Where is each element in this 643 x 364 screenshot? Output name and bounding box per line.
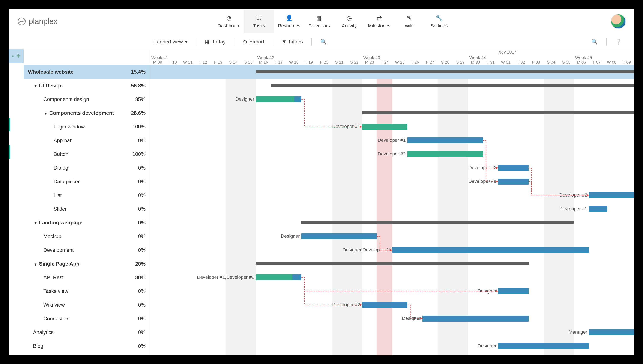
gantt-row: Manager <box>150 326 634 339</box>
view-selector[interactable]: Planned view ▾ <box>150 38 190 46</box>
week-label: Week 43 <box>363 55 380 60</box>
task-name: ▾Components development <box>43 110 122 116</box>
task-name: Wholesale website <box>28 69 122 75</box>
task-name: Button <box>54 151 122 157</box>
export-button[interactable]: ⊕Export <box>241 38 266 46</box>
task-row-slider[interactable]: Slider0% <box>24 202 150 216</box>
summary-bar[interactable] <box>271 84 634 87</box>
brand-logo[interactable]: planplex <box>17 17 58 26</box>
gantt-row: Designer,Developer #1 <box>150 243 634 257</box>
task-row-analytics[interactable]: Analytics0% <box>24 326 150 339</box>
summary-bar[interactable] <box>256 262 528 265</box>
task-row-spa[interactable]: ▾Single Page App20% <box>24 257 150 271</box>
day-label: T 07 <box>589 60 604 65</box>
task-row-dev[interactable]: Development0% <box>24 243 150 257</box>
view-selector-label: Planned view <box>152 39 183 45</box>
today-button[interactable]: ▦Today <box>203 38 228 46</box>
task-row-tasksv[interactable]: Tasks view0% <box>24 284 150 298</box>
task-bar[interactable] <box>589 329 634 335</box>
comment-icon[interactable]: ▪ <box>12 53 14 59</box>
zoom-out-button[interactable]: 🔍 <box>318 38 329 46</box>
task-percent: 0% <box>122 302 146 308</box>
task-bar[interactable] <box>408 151 483 157</box>
zoom-in-button[interactable]: 🔍 <box>589 38 600 46</box>
day-label: F 03 <box>529 60 544 65</box>
gantt-row: Designer <box>150 312 634 326</box>
chevron-down-icon[interactable]: ▾ <box>33 84 38 88</box>
task-bar[interactable] <box>498 288 528 294</box>
task-name: ▾UI Design <box>33 83 122 89</box>
gantt-row: Designer <box>150 230 634 243</box>
day-label: T 19 <box>301 60 316 65</box>
nav-milestones[interactable]: ⇄Milestones <box>364 10 394 33</box>
task-bar[interactable] <box>408 138 483 144</box>
task-percent: 0% <box>122 192 146 198</box>
task-bar[interactable] <box>256 96 301 102</box>
assignee-label: Manager <box>150 329 587 335</box>
nav-calendars[interactable]: ▦Calendars <box>304 10 334 33</box>
task-row-dialog[interactable]: Dialog0% <box>24 161 150 175</box>
chevron-down-icon[interactable]: ▾ <box>33 221 38 226</box>
task-row-mockup[interactable]: Mockup0% <box>24 230 150 243</box>
task-row-compd[interactable]: Components design85% <box>24 92 150 106</box>
task-row-ui[interactable]: ▾UI Design56.8% <box>24 79 150 92</box>
add-icon[interactable]: ✚ <box>16 53 20 59</box>
task-row-landing[interactable]: ▾Landing webpage0% <box>24 216 150 230</box>
nav-settings[interactable]: 🔧Settings <box>424 10 454 33</box>
task-bar[interactable] <box>498 178 528 184</box>
task-percent: 0% <box>122 316 146 322</box>
nav-resources[interactable]: 👤Resources <box>274 10 304 33</box>
task-row-list[interactable]: List0% <box>24 188 150 202</box>
milestones-icon: ⇄ <box>364 14 394 22</box>
nav-wiki[interactable]: ✎Wiki <box>394 10 424 33</box>
task-row-compdev[interactable]: ▾Components development28.6% <box>24 106 150 120</box>
task-bar[interactable] <box>589 206 607 212</box>
task-row-root[interactable]: Wholesale website15.4% <box>24 65 150 79</box>
summary-bar[interactable] <box>301 221 574 224</box>
task-row-datapick[interactable]: Data picker0% <box>24 175 150 188</box>
task-bar[interactable] <box>362 302 408 308</box>
month-label: Nov 2017 <box>498 50 517 54</box>
day-label: T 17 <box>271 60 286 65</box>
nav-tasks[interactable]: ☷Tasks <box>244 10 274 33</box>
day-label: W 08 <box>604 60 619 65</box>
chevron-down-icon[interactable]: ▾ <box>33 262 38 266</box>
chevron-down-icon[interactable]: ▾ <box>43 111 48 116</box>
week-label: Week 45 <box>575 55 592 60</box>
task-bar[interactable] <box>392 247 589 253</box>
user-avatar[interactable] <box>611 14 626 29</box>
nav-dashboard[interactable]: ◔Dashboard <box>214 10 244 33</box>
task-row-api[interactable]: API Rest80% <box>24 271 150 284</box>
rail-mark <box>9 118 10 132</box>
task-bar[interactable] <box>301 234 377 240</box>
task-percent: 56.8% <box>122 83 146 89</box>
task-row-conn[interactable]: Connectors0% <box>24 312 150 326</box>
summary-bar[interactable] <box>256 70 634 73</box>
task-name: Dialog <box>54 165 122 171</box>
task-row-button[interactable]: Button100% <box>24 147 150 161</box>
day-label: T 09 <box>619 60 634 65</box>
filters-button[interactable]: ▼Filters <box>279 38 305 46</box>
task-name: API Rest <box>43 274 122 280</box>
task-bar[interactable] <box>589 192 634 198</box>
task-name: Login window <box>54 124 122 130</box>
week-label: Week 42 <box>257 55 274 60</box>
gantt-chart[interactable]: Nov 2017Week 41Week 42Week 43Week 44Week… <box>150 49 634 356</box>
summary-bar[interactable] <box>362 111 634 114</box>
task-row-appbar[interactable]: App bar0% <box>24 134 150 147</box>
help-button[interactable]: ❔ <box>613 38 624 46</box>
task-bar[interactable] <box>422 316 528 322</box>
task-row-blog[interactable]: Blog0% <box>24 339 150 353</box>
task-bar[interactable] <box>498 165 528 171</box>
task-row-wikiv[interactable]: Wiki view0% <box>24 298 150 312</box>
timeline-header: Nov 2017Week 41Week 42Week 43Week 44Week… <box>150 49 634 65</box>
task-name: Wiki view <box>43 302 122 308</box>
task-bar[interactable] <box>498 343 589 349</box>
day-label: F 27 <box>422 60 438 65</box>
gantt-row <box>150 79 634 92</box>
nav-activity[interactable]: ◷Activity <box>334 10 364 33</box>
nav-label: Activity <box>334 23 364 29</box>
task-bar[interactable] <box>362 124 408 130</box>
task-bar[interactable] <box>256 274 301 280</box>
task-row-login[interactable]: Login window100% <box>24 120 150 134</box>
